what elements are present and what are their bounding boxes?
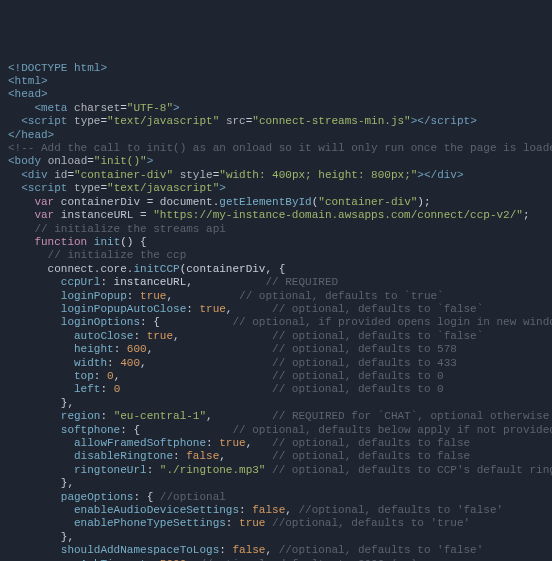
punc: : [173, 450, 186, 462]
str: "connect-streams-min.js" [252, 115, 410, 127]
punc: : { [133, 491, 159, 503]
tag: > [457, 169, 464, 181]
func-name: init [94, 236, 120, 248]
tag-open: <div [21, 169, 47, 181]
punc: : [239, 504, 252, 516]
punc: , [285, 504, 298, 516]
prop: loginPopupAutoClose [61, 303, 186, 315]
num: 0 [107, 370, 114, 382]
bool: true [199, 303, 225, 315]
tag-close: > [147, 155, 154, 167]
prop: allowFramedSoftphone [74, 437, 206, 449]
comment: // optional, defaults to 578 [272, 343, 457, 355]
punc: ; [523, 209, 530, 221]
attr: type [74, 182, 100, 194]
prop: autoClose [74, 330, 133, 342]
comment: // optional, defaults to 433 [272, 357, 457, 369]
code-line: </head> [8, 129, 54, 141]
punc: , [173, 330, 180, 342]
tag: ></ [417, 169, 437, 181]
id: instanceURL = [61, 209, 153, 221]
comment: // optional, defaults below apply if not… [232, 424, 552, 436]
comment: // optional, defaults to 0 [272, 370, 444, 382]
kw-var: var [34, 209, 54, 221]
tag: div [437, 169, 457, 181]
obj: document [160, 196, 213, 208]
comment: // optional, defaults to false [272, 437, 470, 449]
punc: (containerDiv, { [180, 263, 286, 275]
call: initCCP [133, 263, 179, 275]
punc: : [100, 383, 113, 395]
tag: script [431, 115, 471, 127]
num: 0 [114, 383, 121, 395]
punc: , [140, 357, 147, 369]
bool: true [219, 437, 245, 449]
comment: //optional, defaults to 'true' [272, 517, 470, 529]
punc: , [166, 290, 173, 302]
bool: true [147, 330, 173, 342]
punc: : [127, 290, 140, 302]
str: "text/javascript" [107, 115, 219, 127]
prop: ringtoneUrl [74, 464, 147, 476]
punc: : [206, 437, 219, 449]
bool: false [232, 544, 265, 556]
comment: //optional [160, 491, 226, 503]
prop: softphone [61, 424, 120, 436]
num: 400 [120, 357, 140, 369]
punc: }, [61, 531, 74, 543]
prop: ccpUrl [61, 276, 101, 288]
str: "width: 400px; height: 800px;" [219, 169, 417, 181]
bool: true [239, 517, 265, 529]
str: "UTF-8" [127, 102, 173, 114]
tag-open: <script [21, 182, 67, 194]
call: getElementById [219, 196, 311, 208]
prop: shouldAddNamespaceToLogs [61, 544, 219, 556]
attr: id [54, 169, 67, 181]
prop: height [74, 343, 114, 355]
num: 5000 [160, 558, 186, 561]
id: containerDiv = [61, 196, 160, 208]
code-line: <!DOCTYPE html> [8, 62, 107, 74]
comment: // REQUIRED for `CHAT`, optional otherwi… [272, 410, 549, 422]
kw-function: function [34, 236, 87, 248]
punc: : [133, 330, 146, 342]
punc: : [219, 544, 232, 556]
obj: connect.core. [48, 263, 134, 275]
punc: , [186, 558, 199, 561]
comment: // optional, defaults to `false` [272, 303, 483, 315]
str: "eu-central-1" [114, 410, 206, 422]
attr: charset [74, 102, 120, 114]
punc: = [120, 102, 127, 114]
comment: //optional, defaults to 'false' [298, 504, 503, 516]
punc: ); [417, 196, 430, 208]
comment: // optional, if provided opens login in … [232, 316, 552, 328]
punc: }, [61, 397, 74, 409]
attr: src [226, 115, 246, 127]
comment: // initialize the streams api [34, 223, 225, 235]
tag-close: > [173, 102, 180, 114]
prop: region [61, 410, 101, 422]
str: "init()" [94, 155, 147, 167]
comment: // optional, defaults to `false` [272, 330, 483, 342]
punc: : { [140, 316, 160, 328]
prop: left [74, 383, 100, 395]
prop: width [74, 357, 107, 369]
tag: ></ [411, 115, 431, 127]
tag-open: <meta [34, 102, 67, 114]
comment: // REQUIRED [265, 276, 338, 288]
punc: , [219, 450, 226, 462]
prop: enableAudioDeviceSettings [74, 504, 239, 516]
punc: , [147, 343, 154, 355]
punc: , [246, 437, 253, 449]
bool: false [186, 450, 219, 462]
tag-open: <script [21, 115, 67, 127]
tag-close: > [219, 182, 226, 194]
code-line: <head> [8, 88, 48, 100]
prop: pageOptions [61, 491, 134, 503]
code-line: <html> [8, 75, 48, 87]
str: "container-div" [318, 196, 417, 208]
str: "text/javascript" [107, 182, 219, 194]
punc: , [114, 370, 121, 382]
punc: : [147, 558, 160, 561]
punc: : [147, 464, 160, 476]
